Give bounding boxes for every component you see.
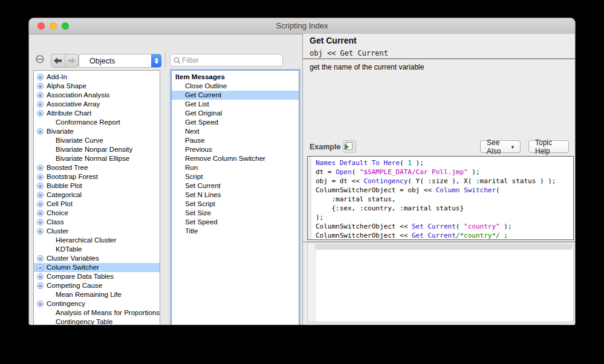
- topic-help-button[interactable]: Topic Help: [528, 140, 569, 153]
- expander-icon[interactable]: «: [37, 92, 44, 99]
- tree-row[interactable]: Bivariate Nonpar Density: [34, 145, 160, 154]
- tree-row[interactable]: «Cluster: [34, 227, 160, 236]
- message-row[interactable]: Set N Lines: [172, 190, 299, 200]
- forward-button[interactable]: [65, 54, 79, 67]
- tree-row[interactable]: «Associative Array: [34, 100, 160, 109]
- search-icon: [174, 57, 181, 64]
- object-tree-list: «Add-In«Alpha Shape«Association Analysis…: [34, 71, 160, 325]
- filter-input[interactable]: [181, 56, 282, 65]
- expander-icon[interactable]: «: [37, 192, 44, 198]
- tree-row[interactable]: «Bootstrap Forest: [34, 172, 160, 181]
- expander-icon[interactable]: «: [37, 128, 44, 135]
- message-row[interactable]: Set Script: [172, 200, 299, 209]
- message-row[interactable]: Previous: [172, 145, 299, 154]
- message-row[interactable]: Run: [172, 163, 299, 172]
- expander-icon[interactable]: «: [37, 201, 44, 207]
- expander-icon[interactable]: «: [37, 228, 44, 235]
- tree-row[interactable]: KDTable: [34, 245, 160, 254]
- collapse-all-button[interactable]: ⊖: [33, 52, 47, 65]
- message-row[interactable]: Get Original: [172, 109, 299, 118]
- message-signature: obj << Get Current: [310, 49, 388, 57]
- filter-field[interactable]: [170, 54, 283, 67]
- description-area: get the name of the current variable: [303, 60, 575, 138]
- tree-row[interactable]: «Compare Data Tables: [34, 272, 160, 281]
- tree-row[interactable]: «Choice: [34, 209, 160, 218]
- tree-row[interactable]: «Bivariate: [34, 127, 160, 136]
- expander-icon[interactable]: «: [37, 301, 44, 307]
- code-line: :marital status,: [316, 195, 573, 204]
- expander-icon[interactable]: «: [37, 164, 44, 171]
- title-bar[interactable]: Scripting Index: [29, 18, 575, 34]
- expander-icon[interactable]: «: [37, 83, 44, 89]
- tree-row[interactable]: Hierarchical Cluster: [34, 236, 160, 245]
- expander-icon[interactable]: «: [37, 74, 44, 80]
- tree-row-label: Hierarchical Cluster: [34, 236, 116, 244]
- expander-icon[interactable]: «: [37, 110, 44, 117]
- embedded-log-pane[interactable]: [307, 242, 574, 322]
- expander-icon[interactable]: «: [37, 264, 44, 271]
- expander-icon[interactable]: «: [37, 101, 44, 108]
- tree-row[interactable]: «Column Switcher: [34, 263, 160, 272]
- tree-row[interactable]: Analysis of Means for Proportions: [34, 308, 160, 317]
- play-icon: [345, 144, 349, 150]
- tree-row[interactable]: «Class: [34, 218, 160, 227]
- message-row[interactable]: Script: [172, 172, 299, 181]
- detail-panel: Get Current obj << Get Current get the n…: [302, 34, 575, 325]
- category-dropdown-value: Objects: [79, 57, 151, 65]
- expander-icon[interactable]: «: [37, 174, 44, 180]
- tree-row[interactable]: «Association Analysis: [34, 91, 160, 100]
- tree-row[interactable]: Conformance Report: [34, 118, 160, 127]
- tree-row[interactable]: «Add-In: [34, 73, 160, 82]
- log-header-bar: [315, 244, 573, 250]
- expander-icon[interactable]: «: [37, 219, 44, 226]
- code-text[interactable]: Names Default To Here( 1 );dt = Open( "$…: [311, 158, 573, 239]
- expander-icon[interactable]: «: [37, 255, 44, 262]
- category-dropdown[interactable]: Objects: [79, 54, 161, 68]
- tree-row[interactable]: Contingency Table: [34, 317, 160, 325]
- tree-row-label: Contingency Table: [34, 318, 112, 325]
- message-row[interactable]: Close Outline: [172, 82, 299, 91]
- forward-arrow-icon: [68, 56, 76, 67]
- object-tree-panel[interactable]: «Add-In«Alpha Shape«Association Analysis…: [33, 70, 160, 325]
- dropdown-stepper-icon: [151, 54, 161, 67]
- toolbar: ⊖ Objects: [29, 34, 302, 70]
- back-button[interactable]: [51, 54, 65, 67]
- tree-row[interactable]: «Cell Plot: [34, 200, 160, 209]
- history-nav-control: [51, 54, 79, 68]
- tree-row[interactable]: «Cluster Variables: [34, 254, 160, 263]
- message-row[interactable]: Get List: [172, 100, 299, 109]
- tree-row[interactable]: Bivariate Normal Ellipse: [34, 154, 160, 163]
- expander-icon[interactable]: «: [37, 282, 44, 289]
- tree-row[interactable]: «Attribute Chart: [34, 109, 160, 118]
- message-row[interactable]: Title: [172, 227, 299, 236]
- tree-row[interactable]: «Alpha Shape: [34, 82, 160, 91]
- code-line: {:sex, :country, :marital status}: [316, 204, 573, 213]
- message-row[interactable]: Set Speed: [172, 218, 299, 227]
- example-code-editor[interactable]: Names Default To Here( 1 );dt = Open( "$…: [307, 156, 574, 240]
- message-row[interactable]: Get Speed: [172, 118, 299, 127]
- message-row[interactable]: Pause: [172, 136, 299, 145]
- message-row[interactable]: Remove Column Switcher: [172, 154, 299, 163]
- tree-row[interactable]: «Contingency: [34, 299, 160, 308]
- tree-row[interactable]: Mean Remaining Life: [34, 290, 160, 299]
- tree-row-label: Bivariate Normal Ellipse: [34, 155, 129, 162]
- code-line: dt = Open( "$SAMPLE_DATA/Car Poll.jmp" )…: [316, 167, 573, 177]
- run-example-button[interactable]: [343, 140, 356, 153]
- message-row[interactable]: Next: [172, 127, 299, 136]
- message-row[interactable]: Set Current: [172, 181, 299, 190]
- tree-row[interactable]: Bivariate Curve: [34, 136, 160, 145]
- message-row[interactable]: Set Size: [172, 209, 299, 218]
- tree-row[interactable]: «Boosted Tree: [34, 163, 160, 172]
- expander-icon[interactable]: «: [37, 210, 44, 216]
- message-row[interactable]: Get Current: [172, 91, 299, 100]
- expander-icon[interactable]: «: [37, 183, 44, 189]
- tree-row[interactable]: «Competing Cause: [34, 281, 160, 290]
- tree-row[interactable]: «Categorical: [34, 190, 160, 200]
- item-messages-panel[interactable]: Item MessagesClose OutlineGet CurrentGet…: [171, 70, 299, 325]
- tree-row-label: Associative Array: [34, 100, 100, 108]
- see-also-label: See Also: [487, 138, 509, 155]
- see-also-button[interactable]: See Also ▾: [480, 140, 521, 153]
- expander-icon[interactable]: «: [37, 273, 44, 280]
- tree-row[interactable]: «Bubble Plot: [34, 181, 160, 190]
- log-gutter: [308, 243, 316, 322]
